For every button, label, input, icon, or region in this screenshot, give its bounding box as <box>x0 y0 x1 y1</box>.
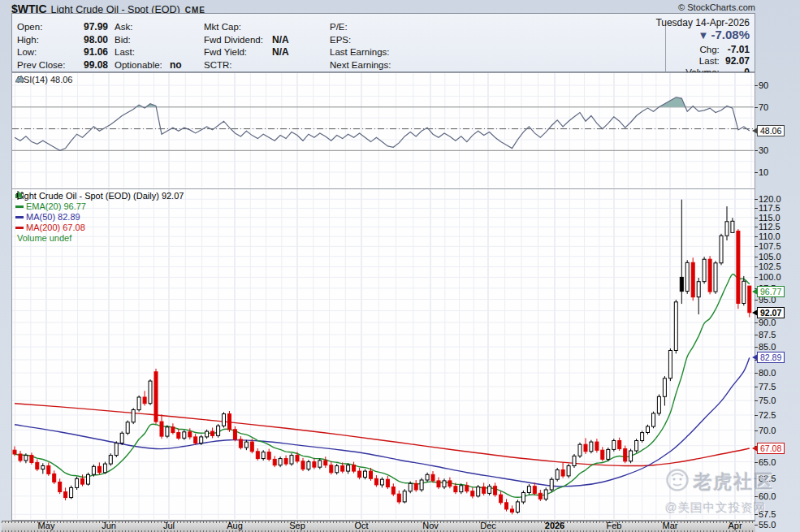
quote-field: Next Earnings: <box>330 59 404 72</box>
price-panel: Light Crude Oil - Spot (EOD) (Daily) 92.… <box>11 188 755 521</box>
price-tick-label: 100.0 <box>759 272 781 282</box>
month-label: May <box>38 521 55 531</box>
price-tick-label: 80.0 <box>759 368 776 378</box>
month-label: Apr <box>728 521 742 531</box>
ma200-legend: MA(200) 67.08 <box>15 223 184 233</box>
price-tick-label: 65.0 <box>759 457 776 467</box>
month-label: Dec <box>480 521 496 531</box>
change-value: -7.01 <box>722 44 750 55</box>
price-tick-label: 110.0 <box>759 231 781 241</box>
price-tick-label: 112.5 <box>759 222 781 231</box>
price-tick-label: 62.5 <box>759 474 776 483</box>
ema20-price-box: 96.77 <box>757 286 785 297</box>
rsi-tick-label: 30 <box>759 145 768 155</box>
price-tick-label: 55.0 <box>759 520 776 530</box>
rsi-panel: RSI(14) 48.06 <box>11 72 755 189</box>
ma50-swatch <box>15 216 24 218</box>
rsi-current-box: 48.06 <box>757 125 785 136</box>
quote-field: Optionable:no <box>115 59 182 72</box>
price-tick-label: 87.5 <box>759 330 776 340</box>
rsi-tick-label: 90 <box>759 80 768 90</box>
quote-field: Fwd Dividend:N/A <box>204 34 289 47</box>
quote-field: SCTR: <box>204 59 289 72</box>
month-label: 2026 <box>545 521 564 531</box>
down-arrow-icon: ▼ <box>698 29 709 41</box>
quote-field: Ask: <box>115 21 182 34</box>
quote-divider <box>665 25 666 71</box>
ma200-swatch <box>15 227 24 229</box>
quote-field: Fwd Yield:N/A <box>204 46 289 59</box>
quote-field: P/E: <box>330 21 404 34</box>
price-tick-label: 57.5 <box>759 509 776 519</box>
rsi-tick-label: 70 <box>759 102 768 112</box>
price-tick-label: 105.0 <box>759 252 781 262</box>
copyright-label: © StockCharts.com <box>678 2 755 12</box>
price-tick-label: 60.0 <box>759 491 776 501</box>
last-value: 92.07 <box>722 55 750 67</box>
stockcharts-page: $WTICLight Crude Oil - Spot (EOD)CME © S… <box>0 0 800 532</box>
price-legend: Light Crude Oil - Spot (EOD) (Daily) 92.… <box>15 191 184 244</box>
quote-field: Last Earnings: <box>330 46 404 59</box>
month-label: Sep <box>289 521 305 531</box>
quote-field: High:98.00 <box>17 34 108 47</box>
quote-field: Last: <box>115 46 182 59</box>
ma50-price-box: 82.89 <box>757 352 785 363</box>
quote-field: Mkt Cap: <box>204 21 289 34</box>
ma200-price-box: 67.08 <box>757 443 785 454</box>
price-tick-label: 107.5 <box>759 241 781 251</box>
last-price-box: 92.07 <box>757 307 785 318</box>
change-row: Chg: -7.01 <box>700 44 750 55</box>
price-legend-title: Light Crude Oil - Spot (EOD) (Daily) 92.… <box>15 191 184 201</box>
price-tick-label: 72.5 <box>759 410 776 420</box>
price-tick-label: 85.0 <box>759 342 776 352</box>
price-tick-label: 90.0 <box>759 318 776 327</box>
rsi-chart <box>12 73 754 188</box>
price-tick-label: 70.0 <box>759 426 776 435</box>
quote-date: Tuesday 14-Apr-2026 <box>655 17 750 28</box>
last-row: Last: 92.07 <box>699 55 750 67</box>
rsi-legend: RSI(14) 48.06 <box>15 75 72 84</box>
volume-legend: Volume undef <box>15 233 184 244</box>
quote-column-fundamentals: Mkt Cap:Fwd Dividend:N/AFwd Yield:N/ASCT… <box>204 21 289 71</box>
quote-column-ohlc: Open:97.99High:98.00Low:91.06Prev Close:… <box>17 21 108 71</box>
quote-column-earnings: P/E:EPS:Last Earnings:Next Earnings: <box>330 21 404 71</box>
quote-field: EPS: <box>330 34 404 47</box>
quote-panel: Open:97.99High:98.00Low:91.06Prev Close:… <box>11 13 755 72</box>
month-label: Mar <box>663 521 678 531</box>
quote-field: Prev Close:99.08 <box>17 59 108 72</box>
quote-field: Open:97.99 <box>17 21 108 34</box>
change-percent: ▼-7.08% <box>698 28 750 41</box>
price-tick-label: 117.5 <box>759 203 781 213</box>
month-label: Oct <box>354 521 368 531</box>
quote-field: Low:91.06 <box>17 46 108 59</box>
price-tick-label: 115.0 <box>759 213 781 223</box>
month-label: Nov <box>422 521 439 531</box>
month-label: Jun <box>102 521 116 531</box>
price-tick-label: 102.5 <box>759 262 781 271</box>
month-label: Aug <box>227 521 243 531</box>
month-label: Jul <box>163 521 175 531</box>
ma50-legend: MA(50) 82.89 <box>15 212 184 223</box>
month-label: Feb <box>607 521 622 531</box>
ema20-swatch <box>15 205 24 208</box>
ema20-legend: EMA(20) 96.77 <box>15 201 184 212</box>
quote-column-bidask: Ask:Bid:Last:Optionable:no <box>115 21 182 71</box>
quote-field: Bid: <box>115 34 182 47</box>
rsi-tick-label: 10 <box>759 167 768 177</box>
price-tick-label: 75.0 <box>759 396 776 405</box>
price-tick-label: 77.5 <box>759 382 776 391</box>
